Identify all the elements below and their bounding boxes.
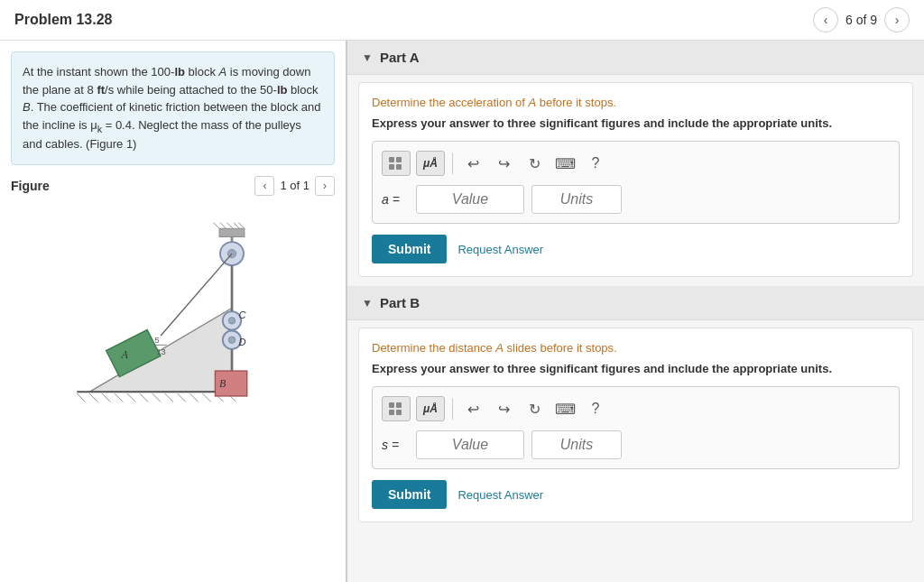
page-indicator: 6 of 9 xyxy=(845,13,877,27)
part-b-collapse-icon[interactable]: ▼ xyxy=(362,297,373,309)
svg-line-9 xyxy=(164,393,172,402)
part-a-units-input[interactable] xyxy=(531,185,622,214)
figure-svg: A 5 13 xyxy=(38,208,309,442)
part-b-submit-button[interactable]: Submit xyxy=(372,480,447,509)
figure-next-button[interactable]: › xyxy=(315,176,335,196)
nav-controls: ‹ 6 of 9 › xyxy=(813,7,910,32)
svg-line-22 xyxy=(213,223,219,229)
part-b-actions-row: Submit Request Answer xyxy=(372,480,900,509)
part-a-title: Part A xyxy=(380,50,420,65)
part-a-mu-button[interactable]: μÅ xyxy=(416,151,445,176)
part-a-help-button[interactable]: ? xyxy=(583,151,608,176)
svg-rect-45 xyxy=(396,402,402,408)
part-b-keyboard-button[interactable]: ⌨ xyxy=(552,396,578,421)
part-b-eq-label: s = xyxy=(382,438,409,452)
svg-line-10 xyxy=(177,393,185,402)
part-b-matrix-button[interactable] xyxy=(382,396,411,421)
part-b-body: Determine the distance A slides before i… xyxy=(358,328,913,522)
svg-line-23 xyxy=(220,223,226,229)
part-a-eq-label: a = xyxy=(382,192,409,207)
svg-line-5 xyxy=(115,393,123,402)
figure-prev-button[interactable]: ‹ xyxy=(254,176,274,196)
figure-section: Figure ‹ 1 of 1 › xyxy=(11,176,335,571)
svg-line-2 xyxy=(77,393,85,402)
svg-rect-43 xyxy=(396,164,402,170)
part-a-question: Determine the acceleration of A before i… xyxy=(372,96,900,109)
part-a-toolbar: μÅ ↩ ↪ ↻ ⌨ ? xyxy=(382,151,890,176)
svg-rect-40 xyxy=(389,157,394,162)
top-bar: Problem 13.28 ‹ 6 of 9 › xyxy=(0,0,924,41)
part-a-header: ▼ Part A xyxy=(347,41,924,75)
svg-rect-47 xyxy=(396,410,402,415)
svg-text:C: C xyxy=(238,309,246,319)
svg-text:D: D xyxy=(238,337,245,347)
svg-rect-44 xyxy=(389,402,394,408)
main-content: At the instant shown the 100-lb block A … xyxy=(0,41,924,582)
problem-description: At the instant shown the 100-lb block A … xyxy=(11,51,335,165)
part-b-value-units-row: s = xyxy=(382,430,890,459)
svg-rect-46 xyxy=(389,410,394,415)
part-b-help-button[interactable]: ? xyxy=(583,396,608,421)
part-a-matrix-button[interactable] xyxy=(382,151,411,176)
part-a-undo-button[interactable]: ↩ xyxy=(460,151,485,176)
svg-rect-42 xyxy=(389,164,394,170)
part-b-input-area: μÅ ↩ ↪ ↻ ⌨ ? s = xyxy=(372,386,900,469)
svg-text:A: A xyxy=(120,348,128,361)
left-panel: At the instant shown the 100-lb block A … xyxy=(0,41,347,582)
part-a-keyboard-button[interactable]: ⌨ xyxy=(552,151,578,176)
part-b-title: Part B xyxy=(380,295,420,310)
toolbar-separator xyxy=(452,398,453,420)
part-a-collapse-icon[interactable]: ▼ xyxy=(362,51,373,64)
part-b-section: ▼ Part B Determine the distance A slides… xyxy=(347,286,924,530)
part-a-value-input[interactable] xyxy=(416,185,524,214)
part-b-value-input[interactable] xyxy=(416,430,524,459)
svg-line-24 xyxy=(226,223,233,229)
svg-point-30 xyxy=(228,317,235,323)
figure-header: Figure ‹ 1 of 1 › xyxy=(11,176,335,196)
svg-text:5: 5 xyxy=(154,336,159,345)
right-panel: ▼ Part A Determine the acceleration of A… xyxy=(347,41,924,582)
part-a-body: Determine the acceleration of A before i… xyxy=(358,82,913,277)
figure-canvas: A 5 13 xyxy=(11,203,335,447)
svg-rect-41 xyxy=(396,157,402,162)
svg-line-11 xyxy=(189,393,198,402)
part-b-question: Determine the distance A slides before i… xyxy=(372,341,900,355)
part-a-actions-row: Submit Request Answer xyxy=(372,235,900,263)
svg-rect-21 xyxy=(219,228,245,236)
part-a-submit-button[interactable]: Submit xyxy=(372,235,447,263)
figure-title: Figure xyxy=(11,179,50,193)
part-b-mu-button[interactable]: μÅ xyxy=(416,396,445,421)
part-a-refresh-button[interactable]: ↻ xyxy=(522,151,547,176)
figure-nav: ‹ 1 of 1 › xyxy=(254,176,335,196)
svg-line-4 xyxy=(102,393,110,402)
part-b-refresh-button[interactable]: ↻ xyxy=(522,396,547,421)
part-b-undo-button[interactable]: ↩ xyxy=(460,396,485,421)
part-a-section: ▼ Part A Determine the acceleration of A… xyxy=(347,41,924,284)
part-b-header: ▼ Part B xyxy=(347,286,924,320)
part-b-request-answer-link[interactable]: Request Answer xyxy=(457,488,543,502)
part-a-request-answer-link[interactable]: Request Answer xyxy=(457,243,543,256)
part-b-instruction: Express your answer to three significant… xyxy=(372,362,900,375)
svg-line-8 xyxy=(152,393,160,402)
svg-line-26 xyxy=(238,223,245,229)
svg-point-33 xyxy=(228,337,235,343)
svg-line-6 xyxy=(126,393,134,402)
matrix-icon xyxy=(388,156,404,171)
next-problem-button[interactable]: › xyxy=(884,7,910,32)
part-b-toolbar: μÅ ↩ ↪ ↻ ⌨ ? xyxy=(382,396,890,421)
prev-problem-button[interactable]: ‹ xyxy=(813,7,838,32)
svg-line-25 xyxy=(233,223,239,229)
figure-counter: 1 of 1 xyxy=(280,179,310,192)
problem-title: Problem 13.28 xyxy=(14,12,113,28)
svg-text:13: 13 xyxy=(156,346,165,356)
part-a-redo-button[interactable]: ↪ xyxy=(491,151,516,176)
part-b-redo-button[interactable]: ↪ xyxy=(491,396,516,421)
svg-line-7 xyxy=(139,393,147,402)
part-a-input-area: μÅ ↩ ↪ ↻ ⌨ ? a = xyxy=(372,141,900,224)
svg-line-12 xyxy=(202,393,210,402)
toolbar-separator xyxy=(452,152,453,174)
part-b-units-input[interactable] xyxy=(531,430,622,459)
matrix-icon xyxy=(388,402,404,416)
svg-text:B: B xyxy=(219,377,226,390)
part-a-value-units-row: a = xyxy=(382,185,890,214)
